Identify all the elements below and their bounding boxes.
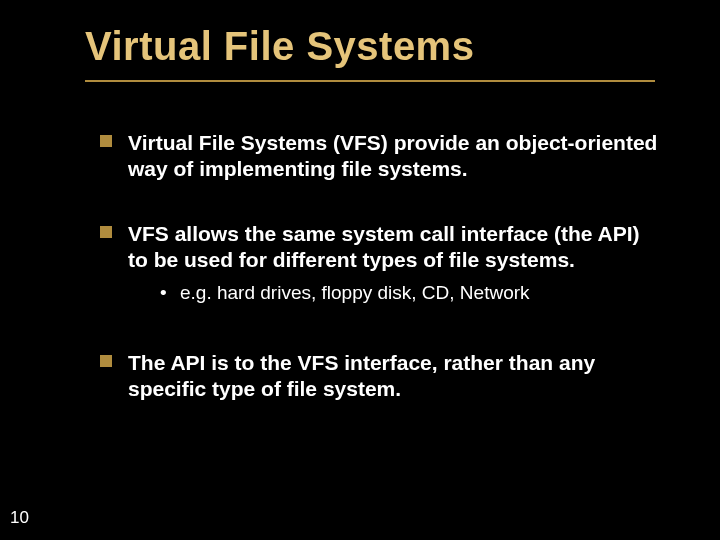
bullet-text: VFS allows the same system call interfac… [128,222,640,271]
sub-bullet-item: • e.g. hard drives, floppy disk, CD, Net… [156,281,660,306]
slide-title: Virtual File Systems [85,24,474,69]
slide-body: Virtual File Systems (VFS) provide an ob… [100,130,660,440]
dot-bullet-icon: • [160,281,167,306]
bullet-item: The API is to the VFS interface, rather … [100,350,660,403]
bullet-text: Virtual File Systems (VFS) provide an ob… [128,131,657,180]
slide: Virtual File Systems Virtual File System… [0,0,720,540]
bullet-item: Virtual File Systems (VFS) provide an ob… [100,130,660,183]
page-number: 10 [10,508,29,528]
square-bullet-icon [100,355,112,367]
bullet-item: VFS allows the same system call interfac… [100,221,660,306]
square-bullet-icon [100,226,112,238]
bullet-text: The API is to the VFS interface, rather … [128,351,595,400]
sub-bullet-text: e.g. hard drives, floppy disk, CD, Netwo… [180,282,530,303]
square-bullet-icon [100,135,112,147]
title-underline [85,80,655,82]
